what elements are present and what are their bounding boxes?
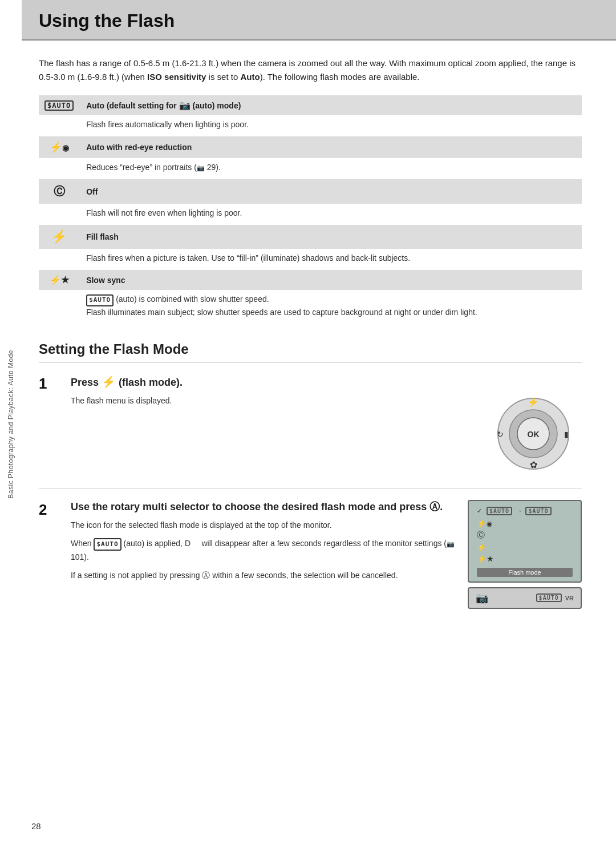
sidebar-label: Basic Photography and Playback: Auto Mod… [7,350,15,499]
flash-desc-auto: Flash fires automatically when lighting … [39,115,582,136]
step-1-image: OK ⚡ ✿ ↻ ▮ [468,374,582,477]
step-2-desc-2: When $AUTO (auto) is applied, D will dis… [71,537,456,563]
flash-description-redeye: Reduces “red-eye” in portraits (📷 29). [80,158,582,179]
flash-description-fill: Flash fires when a picture is taken. Use… [80,249,582,270]
iso-sensitivity-bold: ISO sensitivity [147,72,206,82]
flash-modes-table: $AUTO Auto (default setting for 📷 (auto)… [39,95,582,324]
flash-icon-fill: ⚡ [39,225,80,249]
intro-text-2: is set to [206,72,240,82]
step-1-title: Press ⚡ (flash mode). [71,374,456,390]
flash-desc-slowsync: $AUTO (auto) is combined with slow shutt… [39,290,582,324]
flash-description-off: Flash will not fire even when lighting i… [80,204,582,225]
flash-menu-image: ✓ $AUTO › $AUTO ⚡◉ Ⓒ ⚡ ⚡★ Flash mode 📷 [468,500,582,609]
step-1: 1 Press ⚡ (flash mode). The flash menu i… [39,374,582,488]
main-content: The flash has a range of 0.5-6.5 m (1.6-… [22,56,616,643]
flash-icon-off: Ⓒ [39,179,80,204]
step-2-desc-3: If a setting is not applied by pressing … [71,569,456,582]
flash-mode-off-header: Ⓒ Off [39,179,582,204]
flash-mode-slowsync-header: ⚡★ Slow sync [39,270,582,290]
flash-icon-slowsync: ⚡★ [39,270,80,290]
page-title: Using the Flash [39,10,599,31]
svg-text:↻: ↻ [497,430,504,439]
flash-label-redeye: Auto with red-eye reduction [80,136,582,158]
intro-paragraph: The flash has a range of 0.5-6.5 m (1.6-… [39,56,582,84]
page-header: Using the Flash [22,0,616,41]
steps-container: 1 Press ⚡ (flash mode). The flash menu i… [39,374,582,620]
flash-description-auto: Flash fires automatically when lighting … [80,115,582,136]
sidebar: Basic Photography and Playback: Auto Mod… [0,0,22,848]
flash-description-slowsync: $AUTO (auto) is combined with slow shutt… [80,290,582,324]
step-1-description: The flash menu is displayed. [71,394,456,407]
step-1-content: Press ⚡ (flash mode). The flash menu is … [71,374,456,477]
svg-text:✿: ✿ [530,460,537,470]
flash-desc-off: Flash will not fire even when lighting i… [39,204,582,225]
section-heading: Setting the Flash Mode [39,341,582,362]
auto-bold: Auto [240,72,260,82]
svg-text:⚡: ⚡ [528,397,539,407]
step-2: 2 Use the rotary multi selector to choos… [39,500,582,620]
flash-icon-auto: $AUTO [39,95,80,115]
flash-label-slowsync: Slow sync [80,270,582,290]
step-2-desc-1: The icon for the selected flash mode is … [71,519,456,531]
flash-icon-redeye: ⚡◉ [39,136,80,158]
flash-label-off: Off [80,179,582,204]
flash-desc-fill: Flash fires when a picture is taken. Use… [39,249,582,270]
svg-text:OK: OK [528,430,540,439]
page-container: Basic Photography and Playback: Auto Mod… [0,0,616,848]
flash-label-fill: Fill flash [80,225,582,249]
page-number: 28 [31,821,41,831]
flash-mode-auto-header: $AUTO Auto (default setting for 📷 (auto)… [39,95,582,115]
flash-desc-redeye: Reduces “red-eye” in portraits (📷 29). [39,158,582,179]
step-2-number: 2 [39,500,59,609]
camera-dial-svg: OK ⚡ ✿ ↻ ▮ [473,374,576,477]
flash-mode-fill-header: ⚡ Fill flash [39,225,582,249]
flash-label-auto: Auto (default setting for 📷 (auto) mode) [80,95,582,115]
step-2-title: Use the rotary multi selector to choose … [71,500,456,514]
flash-mode-redeye-header: ⚡◉ Auto with red-eye reduction [39,136,582,158]
svg-text:▮: ▮ [564,430,569,439]
step-1-number: 1 [39,374,59,477]
step-2-content: Use the rotary multi selector to choose … [71,500,456,609]
intro-text-3: ). The following flash modes are availab… [260,72,420,82]
